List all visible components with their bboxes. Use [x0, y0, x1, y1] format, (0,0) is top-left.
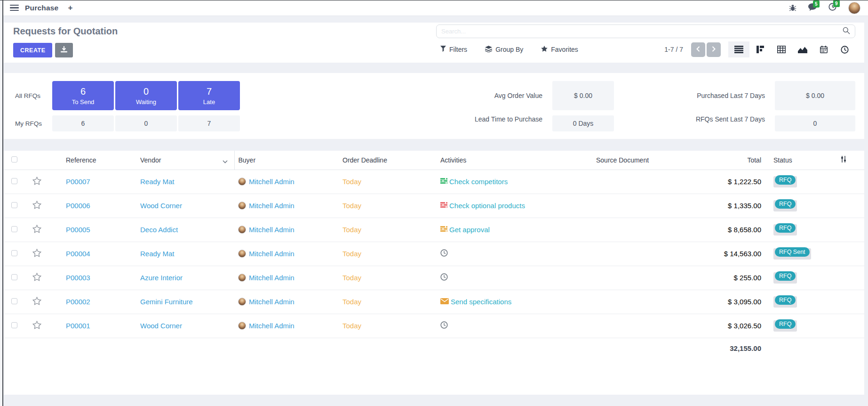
- user-avatar[interactable]: [848, 2, 860, 14]
- column-activities[interactable]: Activities: [437, 151, 589, 170]
- favorites-button[interactable]: Favorites: [541, 46, 578, 53]
- vendor-link[interactable]: Deco Addict: [140, 226, 178, 234]
- star-outline-icon[interactable]: [32, 273, 41, 281]
- view-list-icon[interactable]: [728, 41, 749, 57]
- buyer-link[interactable]: Mitchell Admin: [249, 274, 295, 282]
- star-outline-icon[interactable]: [32, 177, 41, 185]
- star-outline-icon[interactable]: [32, 297, 41, 305]
- view-kanban-icon[interactable]: [749, 41, 771, 57]
- buyer-avatar: [238, 274, 246, 282]
- reference-link[interactable]: P00007: [66, 178, 90, 186]
- vendor-link[interactable]: Wood Corner: [140, 322, 182, 330]
- vendor-link[interactable]: Ready Mat: [140, 250, 175, 258]
- tasks-red-icon[interactable]: [440, 202, 447, 210]
- pager-next-button[interactable]: [707, 42, 721, 57]
- vendor-link[interactable]: Gemini Furniture: [140, 298, 193, 306]
- clock-icon[interactable]: [440, 273, 448, 282]
- row-checkbox[interactable]: [11, 322, 17, 328]
- reference-link[interactable]: P00003: [66, 274, 90, 282]
- kpi-late[interactable]: 7 Late: [178, 81, 240, 110]
- table-row[interactable]: P00004 Ready Mat Mitchell Admin Today $ …: [4, 242, 864, 266]
- star-outline-icon[interactable]: [32, 249, 41, 257]
- select-all-checkbox[interactable]: [11, 156, 17, 162]
- activity-link[interactable]: Send specifications: [451, 298, 511, 306]
- view-pivot-icon[interactable]: [771, 41, 792, 57]
- column-total[interactable]: Total: [684, 151, 764, 170]
- star-outline-icon[interactable]: [32, 225, 41, 233]
- buyer-link[interactable]: Mitchell Admin: [249, 178, 295, 186]
- vendor-link[interactable]: Wood Corner: [140, 202, 182, 210]
- column-reference[interactable]: Reference: [49, 151, 136, 170]
- row-checkbox[interactable]: [11, 298, 17, 304]
- reference-link[interactable]: P00004: [66, 250, 90, 258]
- messages-icon[interactable]: 5: [808, 3, 817, 13]
- star-outline-icon[interactable]: [32, 321, 41, 329]
- star-outline-icon[interactable]: [32, 201, 41, 209]
- activity-clock-icon[interactable]: 9: [828, 3, 836, 13]
- view-activity-icon[interactable]: [834, 41, 855, 57]
- order-deadline-value: Today: [342, 298, 361, 306]
- tasks-yellow-icon[interactable]: [440, 226, 447, 234]
- table-row[interactable]: P00007 Ready Mat Mitchell Admin Today Ch…: [4, 170, 864, 194]
- source-document-value: [589, 266, 684, 290]
- filters-button[interactable]: Filters: [440, 46, 467, 53]
- rfq-list-view: Reference Vendor Buyer Order Deadline Ac…: [4, 151, 864, 395]
- column-order-deadline[interactable]: Order Deadline: [339, 151, 437, 170]
- buyer-link[interactable]: Mitchell Admin: [249, 322, 295, 330]
- pager-previous-button[interactable]: [691, 42, 705, 57]
- create-button[interactable]: CREATE: [13, 43, 52, 57]
- column-vendor[interactable]: Vendor: [136, 151, 234, 170]
- view-calendar-icon[interactable]: [813, 41, 834, 57]
- clock-icon[interactable]: [440, 249, 448, 258]
- activity-link[interactable]: Check optional products: [449, 202, 525, 210]
- total-amount: $ 255.00: [734, 274, 761, 282]
- row-checkbox[interactable]: [11, 250, 17, 256]
- view-graph-icon[interactable]: [792, 41, 813, 57]
- column-buyer[interactable]: Buyer: [234, 151, 339, 170]
- buyer-link[interactable]: Mitchell Admin: [249, 250, 295, 258]
- clock-icon[interactable]: [440, 321, 448, 330]
- table-row[interactable]: P00005 Deco Addict Mitchell Admin Today …: [4, 218, 864, 242]
- tasks-green-icon[interactable]: [440, 178, 447, 186]
- table-row[interactable]: P00003 Azure Interior Mitchell Admin Tod…: [4, 266, 864, 290]
- bug-icon[interactable]: [789, 4, 796, 11]
- reference-link[interactable]: P00006: [66, 202, 90, 210]
- activity-link[interactable]: Check competitors: [449, 178, 508, 186]
- search-box[interactable]: [436, 24, 855, 38]
- app-name[interactable]: Purchase: [25, 4, 58, 12]
- vendor-link[interactable]: Azure Interior: [140, 274, 183, 282]
- table-row[interactable]: P00002 Gemini Furniture Mitchell Admin T…: [4, 290, 864, 314]
- export-button[interactable]: [55, 43, 73, 57]
- search-input[interactable]: [441, 28, 843, 35]
- my-rfqs-waiting[interactable]: 0: [115, 115, 177, 131]
- row-checkbox[interactable]: [11, 274, 17, 280]
- buyer-avatar: [238, 322, 246, 330]
- column-source-document[interactable]: Source Document: [589, 151, 684, 170]
- table-row[interactable]: P00001 Wood Corner Mitchell Admin Today …: [4, 314, 864, 338]
- row-checkbox[interactable]: [11, 226, 17, 232]
- search-icon[interactable]: [843, 27, 850, 36]
- kpi-waiting[interactable]: 0 Waiting: [115, 81, 177, 110]
- vendor-link[interactable]: Ready Mat: [140, 178, 175, 186]
- reference-link[interactable]: P00005: [66, 226, 90, 234]
- buyer-link[interactable]: Mitchell Admin: [249, 202, 295, 210]
- plus-icon[interactable]: +: [68, 4, 72, 12]
- buyer-link[interactable]: Mitchell Admin: [249, 226, 295, 234]
- buyer-link[interactable]: Mitchell Admin: [249, 298, 295, 306]
- row-checkbox[interactable]: [11, 178, 17, 184]
- activity-link[interactable]: Get approval: [449, 226, 490, 234]
- my-rfqs-late[interactable]: 7: [178, 115, 240, 131]
- sort-chevron-icon[interactable]: [223, 157, 228, 165]
- rfqs-sent-label: RFQs Sent Last 7 Days: [624, 115, 765, 131]
- optional-columns-icon[interactable]: [840, 156, 847, 164]
- apps-menu-icon[interactable]: [10, 5, 19, 11]
- column-status[interactable]: Status: [764, 151, 822, 170]
- envelope-icon[interactable]: [440, 298, 449, 306]
- kpi-to-send[interactable]: 6 To Send: [52, 81, 114, 110]
- reference-link[interactable]: P00002: [66, 298, 90, 306]
- table-row[interactable]: P00006 Wood Corner Mitchell Admin Today …: [4, 194, 864, 218]
- my-rfqs-to-send[interactable]: 6: [52, 115, 114, 131]
- row-checkbox[interactable]: [11, 202, 17, 208]
- group-by-button[interactable]: Group By: [485, 46, 523, 54]
- reference-link[interactable]: P00001: [66, 322, 90, 330]
